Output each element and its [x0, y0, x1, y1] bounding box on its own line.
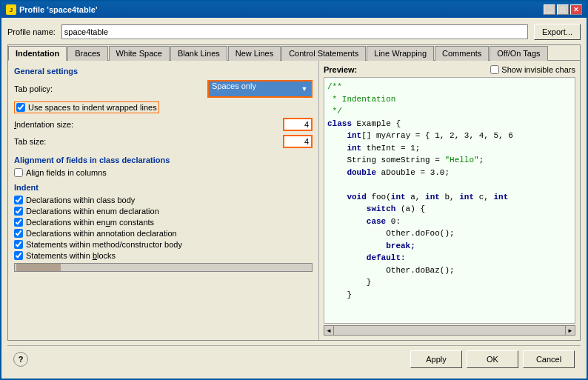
code-preview: /** * Indentation */ class Example { int… [324, 77, 575, 324]
indent-item-3: Declarations within annotation declarati… [14, 229, 313, 238]
close-button[interactable]: ✕ [570, 4, 582, 15]
tab-bar: Indentation Braces White Space Blank Lin… [8, 45, 580, 61]
code-line-9: void foo(int a, int b, int c, int [327, 191, 572, 204]
apply-button[interactable]: Apply [410, 350, 462, 368]
tab-braces[interactable]: Braces [67, 46, 107, 61]
tab-line-wrapping[interactable]: Line Wrapping [367, 46, 434, 61]
code-line-3: class Example { [327, 118, 572, 130]
tab-size-row: Tab size: [14, 135, 313, 148]
code-line-15: Other.doBaz(); [327, 264, 572, 277]
show-invisible-label: Show invisible chars [501, 65, 575, 74]
indent-item-1: Declarations within enum declaration [14, 207, 313, 216]
left-scrollbar-h[interactable] [14, 263, 313, 272]
tab-white-space[interactable]: White Space [109, 46, 170, 61]
general-settings-title: General settings [14, 67, 313, 76]
right-panel: Preview: Show invisible chars /** * Inde… [319, 61, 580, 340]
indent-checkbox-4[interactable] [14, 240, 23, 249]
show-invisible-row: Show invisible chars [490, 65, 575, 74]
indent-checkbox-0[interactable] [14, 196, 23, 204]
scroll-left-arrow[interactable]: ◄ [324, 325, 334, 336]
tab-new-lines[interactable]: New Lines [228, 46, 281, 61]
use-spaces-checkbox[interactable] [16, 103, 25, 112]
tab-off-on-tags[interactable]: Off/On Tags [490, 46, 547, 61]
code-line-17: } [327, 289, 572, 301]
cancel-button[interactable]: Cancel [523, 350, 575, 368]
code-line-4: int[] myArray = { 1, 2, 3, 4, 5, 6 [327, 130, 572, 142]
help-button[interactable]: ? [13, 352, 28, 367]
code-line-8 [327, 179, 572, 191]
title-bar-left: J Profile 'space4table' [6, 4, 98, 15]
indent-checkbox-5[interactable] [14, 251, 23, 260]
use-spaces-row: Use spaces to indent wrapped lines [14, 101, 159, 113]
indent-item-0: Declarations within class body [14, 196, 313, 204]
tabs-area: Indentation Braces White Space Blank Lin… [7, 44, 581, 341]
align-fields-label: Align fields in columns [26, 168, 107, 177]
code-line-1: * Indentation [327, 93, 572, 106]
minimize-button[interactable]: _ [544, 4, 555, 15]
tab-size-input[interactable] [283, 135, 313, 148]
code-line-14: default: [327, 252, 572, 264]
indentation-size-label: Indentation size: [14, 120, 280, 129]
indent-checkbox-2[interactable] [14, 218, 23, 227]
scroll-track[interactable] [334, 325, 565, 336]
code-line-0: /** [327, 81, 572, 93]
align-fields-checkbox[interactable] [14, 168, 23, 177]
ok-button[interactable]: OK [467, 350, 518, 368]
left-panel: General settings Tab policy: Spaces only… [8, 61, 319, 340]
footer: ? Apply OK Cancel [7, 345, 581, 373]
tab-policy-value[interactable]: Spaces only [209, 81, 298, 96]
profile-name-input[interactable] [61, 24, 528, 39]
indentation-size-input[interactable] [283, 118, 313, 131]
code-line-16: } [327, 276, 572, 289]
code-line-11: case 0: [327, 216, 572, 228]
code-line-5: int theInt = 1; [327, 142, 572, 155]
preview-header: Preview: Show invisible chars [324, 65, 575, 74]
tab-size-label: Tab size: [14, 137, 280, 146]
tab-policy-row: Tab policy: Spaces only ▼ [14, 80, 313, 98]
scroll-right-arrow[interactable]: ► [565, 325, 575, 336]
code-line-6: String someString = "Hello"; [327, 154, 572, 167]
dialog-content: Profile name: Export... Indentation Brac… [1, 18, 587, 379]
tab-indentation[interactable]: Indentation [8, 46, 67, 61]
indent-title: Indent [14, 183, 313, 192]
main-window: J Profile 'space4table' _ □ ✕ Profile na… [0, 0, 588, 380]
tab-policy-arrow[interactable]: ▼ [298, 81, 311, 96]
show-invisible-checkbox[interactable] [490, 65, 499, 74]
use-spaces-label: Use spaces to indent wrapped lines [28, 103, 157, 112]
align-fields-row: Align fields in columns [14, 168, 313, 177]
indent-checkbox-3[interactable] [14, 229, 23, 238]
tab-comments[interactable]: Comments [435, 46, 489, 61]
indentation-size-row: Indentation size: [14, 118, 313, 131]
indent-checkbox-1[interactable] [14, 207, 23, 216]
indent-item-2: Declarations within enum constants [14, 218, 313, 227]
code-line-10: switch (a) { [327, 203, 572, 216]
tab-control-statements[interactable]: Control Statements [281, 46, 366, 61]
code-line-7: double aDouble = 3.0; [327, 167, 572, 179]
code-line-12: Other.doFoo(); [327, 227, 572, 240]
indent-label-3: Declarations within annotation declarati… [26, 229, 177, 238]
indent-label-5: Statements within blocks [26, 251, 116, 260]
window-title: Profile 'space4table' [19, 5, 98, 14]
indent-item-5: Statements within blocks [14, 251, 313, 260]
code-line-13: break; [327, 240, 572, 253]
title-bar: J Profile 'space4table' _ □ ✕ [1, 1, 587, 18]
tab-content: General settings Tab policy: Spaces only… [8, 61, 580, 340]
indent-label-1: Declarations within enum declaration [26, 207, 159, 216]
preview-label: Preview: [324, 65, 357, 74]
maximize-button[interactable]: □ [557, 4, 569, 15]
alignment-title: Alignment of fields in class declaration… [14, 156, 313, 164]
export-button[interactable]: Export... [534, 24, 581, 40]
scrollbar-thumb [16, 264, 61, 271]
tab-blank-lines[interactable]: Blank Lines [170, 46, 227, 61]
preview-scrollbar-h[interactable]: ◄ ► [324, 325, 575, 336]
indent-item-4: Statements within method/constructor bod… [14, 240, 313, 249]
tab-policy-select-wrapper[interactable]: Spaces only ▼ [207, 80, 313, 98]
indent-label-4: Statements within method/constructor bod… [26, 240, 182, 249]
code-line-2: */ [327, 105, 572, 118]
indent-label-2: Declarations within enum constants [26, 218, 154, 227]
window-icon: J [6, 4, 16, 15]
footer-buttons: Apply OK Cancel [410, 350, 575, 368]
profile-name-label: Profile name: [7, 27, 56, 36]
title-bar-buttons: _ □ ✕ [544, 4, 582, 15]
profile-name-row: Profile name: Export... [7, 24, 581, 40]
